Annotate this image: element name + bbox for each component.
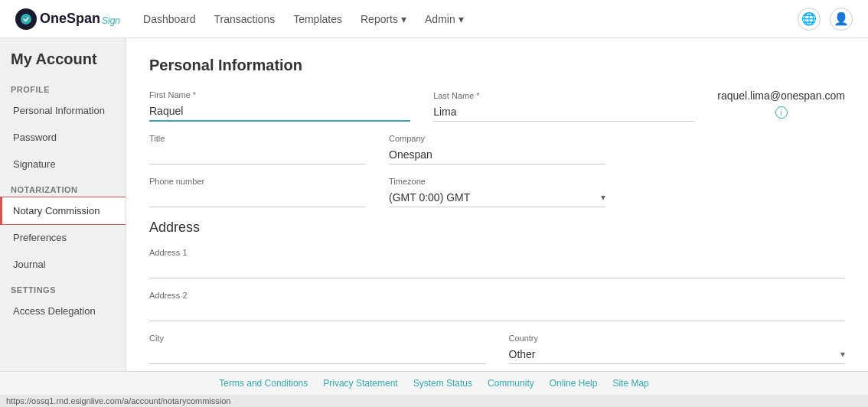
svg-point-0 (21, 14, 31, 24)
address2-input[interactable] (149, 302, 845, 321)
nav-reports[interactable]: Reports ▾ (361, 13, 406, 25)
nav-dashboard[interactable]: Dashboard (143, 13, 196, 25)
logo-sign: Sign (102, 15, 120, 26)
last-name-group: Last Name * (433, 91, 694, 122)
sidebar-page-title: My Account (0, 38, 126, 77)
city-label: City (149, 334, 486, 343)
phone-timezone-row: Phone number Timezone (GMT 0:00) GMT (149, 177, 845, 207)
footer-community[interactable]: Community (488, 378, 534, 389)
city-country-row: City Country Other (149, 334, 845, 364)
address2-label: Address 2 (149, 291, 845, 300)
country-select-wrapper: Other (509, 345, 846, 364)
nav-transactions[interactable]: Transactions (214, 13, 276, 25)
company-input[interactable] (389, 145, 605, 164)
nav-icon-group: 🌐 👤 (798, 8, 853, 31)
sidebar-section-notarization: NOTARIZATION (0, 177, 126, 197)
timezone-label: Timezone (389, 177, 605, 186)
address2-group: Address 2 (149, 291, 845, 321)
reports-dropdown-icon: ▾ (401, 13, 406, 25)
country-select[interactable]: Other (509, 345, 846, 364)
content-section-title: Personal Information (149, 57, 845, 74)
company-label: Company (389, 134, 605, 143)
title-input[interactable] (149, 145, 366, 164)
address2-row: Address 2 (149, 291, 845, 321)
title-group: Title (149, 134, 366, 164)
status-url: https://ossq1.rnd.esignlive.com/a/accoun… (6, 396, 230, 405)
logo[interactable]: OneSpan Sign (15, 8, 120, 30)
nav-links: Dashboard Transactions Templates Reports… (143, 13, 798, 25)
address-section-title: Address (149, 220, 845, 236)
logo-text: OneSpan (40, 11, 100, 27)
user-icon[interactable]: 👤 (830, 8, 853, 31)
sidebar-item-personal-information[interactable]: Personal Information (0, 97, 126, 124)
last-name-input[interactable] (433, 103, 694, 122)
first-name-input[interactable] (149, 102, 410, 122)
phone-label: Phone number (149, 177, 366, 186)
timezone-group: Timezone (GMT 0:00) GMT (389, 177, 605, 207)
first-name-label: First Name * (149, 90, 410, 99)
address1-label: Address 1 (149, 248, 845, 257)
country-label: Country (509, 334, 846, 343)
phone-group: Phone number (149, 177, 366, 207)
timezone-select-wrapper: (GMT 0:00) GMT (389, 188, 605, 207)
admin-dropdown-icon: ▾ (458, 13, 464, 25)
sidebar-item-journal[interactable]: Journal (0, 251, 126, 278)
address1-input[interactable] (149, 259, 845, 278)
footer-terms[interactable]: Terms and Conditions (219, 378, 308, 389)
logo-icon (15, 8, 37, 30)
main-container: My Account PROFILE Personal Information … (0, 38, 868, 371)
address1-row: Address 1 (149, 248, 845, 278)
sidebar-section-profile: PROFILE (0, 77, 126, 97)
city-group: City (149, 334, 486, 364)
first-name-group: First Name * (149, 90, 410, 122)
city-input[interactable] (149, 345, 486, 364)
sidebar-section-settings: SETTINGS (0, 278, 126, 298)
email-value: raquel.lima@onespan.com (717, 90, 845, 102)
status-bar: https://ossq1.rnd.esignlive.com/a/accoun… (0, 395, 868, 407)
sidebar-item-password[interactable]: Password (0, 124, 126, 151)
nav-templates[interactable]: Templates (293, 13, 342, 25)
footer-status[interactable]: System Status (413, 378, 472, 389)
email-group: raquel.lima@onespan.com i (717, 90, 845, 122)
sidebar-item-signature[interactable]: Signature (0, 151, 126, 177)
footer-privacy[interactable]: Privacy Statement (323, 378, 397, 389)
company-group: Company (389, 134, 605, 164)
name-row: First Name * Last Name * raquel.lima@one… (149, 90, 845, 122)
sidebar-item-notary-commission[interactable]: Notary Commission (0, 197, 126, 224)
title-label: Title (149, 134, 366, 143)
footer-help[interactable]: Online Help (550, 378, 598, 389)
sidebar-item-preferences[interactable]: Preferences (0, 224, 126, 251)
email-info-icon[interactable]: i (775, 106, 788, 119)
phone-input[interactable] (149, 188, 366, 207)
sidebar-item-access-delegation[interactable]: Access Delegation (0, 298, 126, 324)
last-name-label: Last Name * (433, 91, 694, 100)
timezone-select[interactable]: (GMT 0:00) GMT (389, 188, 605, 207)
country-group: Country Other (509, 334, 846, 364)
footer-sitemap[interactable]: Site Map (612, 378, 648, 389)
title-company-row: Title Company (149, 134, 845, 164)
address1-group: Address 1 (149, 248, 845, 278)
language-icon[interactable]: 🌐 (798, 8, 821, 31)
footer: Terms and Conditions Privacy Statement S… (0, 371, 868, 395)
content-area: Personal Information First Name * Last N… (126, 38, 868, 371)
nav-admin[interactable]: Admin ▾ (425, 13, 464, 25)
sidebar: My Account PROFILE Personal Information … (0, 38, 126, 371)
top-nav: OneSpan Sign Dashboard Transactions Temp… (0, 0, 868, 38)
